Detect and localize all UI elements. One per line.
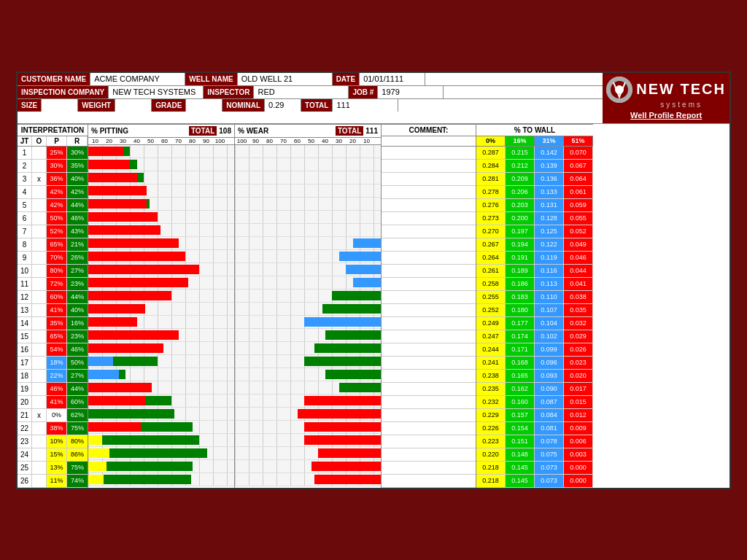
well-value: OLD WELL 21 bbox=[238, 73, 333, 85]
total-value: 111 bbox=[333, 99, 398, 112]
customer-value: ACME COMPANY bbox=[90, 73, 185, 85]
nominal-label: NOMINAL bbox=[222, 99, 265, 112]
logo-text: NEW TECH bbox=[636, 81, 726, 98]
table-row: 1080%27% bbox=[18, 265, 88, 278]
wall-column: % TO WALL0%16%31%51%0.2870.2150.1420.070… bbox=[476, 124, 593, 488]
wear-column: % WEARTOTAL111100908070605040302010 bbox=[235, 124, 382, 488]
logo-icon bbox=[606, 77, 632, 103]
table-row: 2310%80% bbox=[18, 435, 88, 448]
table-row: 1822%27% bbox=[18, 370, 88, 383]
logo-row: NEW TECH bbox=[606, 77, 726, 103]
inspector-label: INSPECTOR bbox=[204, 86, 254, 98]
weight-label: WEIGHT bbox=[78, 99, 115, 112]
logo-area: NEW TECH systems Well Profile Report bbox=[603, 73, 729, 123]
inspection-value: NEW TECH SYSTEMS bbox=[109, 86, 204, 98]
pitting-column: % PITTINGTOTAL108102030405060708090100 bbox=[88, 124, 235, 488]
header-left: CUSTOMER NAME ACME COMPANY WELL NAME OLD… bbox=[18, 73, 603, 123]
grade-label: GRADE bbox=[152, 99, 186, 112]
table-row: 1654%46% bbox=[18, 343, 88, 357]
table-row: 2415%86% bbox=[18, 448, 88, 462]
table-row: 2041%60% bbox=[18, 396, 88, 409]
comment-column: COMMENT: bbox=[382, 124, 476, 488]
pitting-total: TOTAL108 bbox=[189, 126, 231, 136]
table-row: 1435%16% bbox=[18, 317, 88, 330]
table-row: 2611%74% bbox=[18, 475, 88, 488]
size-value bbox=[42, 99, 78, 112]
pitting-header-label: % PITTING bbox=[91, 127, 128, 135]
table-row: 2238%75% bbox=[18, 422, 88, 435]
table-row: 542%44% bbox=[18, 199, 88, 212]
data-table: INTERPRETATIONJTOPR125%30%230%35%3x36%40… bbox=[18, 124, 729, 488]
header-row1: CUSTOMER NAME ACME COMPANY WELL NAME OLD… bbox=[18, 73, 603, 86]
job-value: 1979 bbox=[378, 86, 444, 98]
table-row: 752%43% bbox=[18, 225, 88, 238]
report-area: CUSTOMER NAME ACME COMPANY WELL NAME OLD… bbox=[16, 71, 731, 489]
customer-label: CUSTOMER NAME bbox=[18, 73, 90, 85]
logo-sub: systems bbox=[630, 101, 703, 109]
table-row: 865%21% bbox=[18, 238, 88, 252]
table-row: 970%26% bbox=[18, 252, 88, 265]
table-row: 1718%50% bbox=[18, 357, 88, 370]
main-container: CUSTOMER NAME ACME COMPANY WELL NAME OLD… bbox=[9, 64, 738, 497]
header-row3: SIZE WEIGHT GRADE NOMINAL 0.29 TOTAL 111 bbox=[18, 99, 603, 112]
header-section: CUSTOMER NAME ACME COMPANY WELL NAME OLD… bbox=[18, 73, 729, 124]
table-row: 442%42% bbox=[18, 186, 88, 199]
date-value: 01/01/1111 bbox=[360, 73, 425, 85]
wear-header-label: % WEAR bbox=[238, 127, 268, 135]
table-row: 1946%44% bbox=[18, 383, 88, 396]
weight-value bbox=[115, 99, 152, 112]
job-label: JOB # bbox=[349, 86, 378, 98]
table-row: 1565%23% bbox=[18, 330, 88, 343]
inspection-label: INSPECTION COMPANY bbox=[18, 86, 109, 98]
header-row2: INSPECTION COMPANY NEW TECH SYSTEMS INSP… bbox=[18, 86, 603, 99]
table-row: 1260%44% bbox=[18, 291, 88, 304]
total-label: TOTAL bbox=[301, 99, 333, 112]
table-row: 1172%23% bbox=[18, 278, 88, 291]
logo-report: Well Profile Report bbox=[630, 111, 702, 120]
well-label: WELL NAME bbox=[185, 73, 237, 85]
date-label: DATE bbox=[333, 73, 360, 85]
size-label: SIZE bbox=[18, 99, 42, 112]
table-row: 230%35% bbox=[18, 160, 88, 173]
table-row: 3x36%40% bbox=[18, 173, 88, 186]
table-row: 650%46% bbox=[18, 212, 88, 225]
grade-value bbox=[186, 99, 222, 112]
table-row: 2513%75% bbox=[18, 462, 88, 475]
table-row: 21x0%62% bbox=[18, 409, 88, 422]
nominal-value: 0.29 bbox=[265, 99, 301, 112]
table-wrapper: INTERPRETATIONJTOPR125%30%230%35%3x36%40… bbox=[18, 124, 729, 488]
table-row: 1341%40% bbox=[18, 304, 88, 317]
table-row: 125%30% bbox=[18, 147, 88, 160]
inspector-value: RED bbox=[254, 86, 349, 98]
wear-total: TOTAL111 bbox=[336, 126, 378, 136]
